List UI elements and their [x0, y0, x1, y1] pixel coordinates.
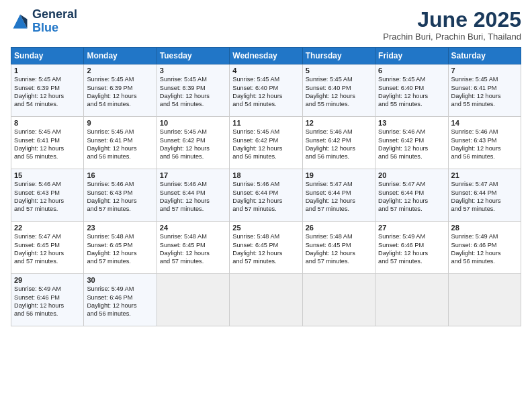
- day-number: 18: [232, 171, 299, 179]
- calendar-cell: 29Sunrise: 5:49 AMSunset: 6:46 PMDayligh…: [11, 274, 84, 326]
- cell-line: and 56 minutes.: [378, 152, 445, 161]
- weekday-header-tuesday: Tuesday: [157, 48, 229, 64]
- day-number: 9: [87, 119, 153, 127]
- day-number: 14: [451, 119, 518, 127]
- calendar-cell: 23Sunrise: 5:48 AMSunset: 6:45 PMDayligh…: [84, 222, 157, 274]
- cell-line: and 57 minutes.: [306, 205, 372, 213]
- cell-line: and 56 minutes.: [306, 152, 372, 161]
- cell-line: Sunset: 6:46 PM: [87, 293, 153, 302]
- calendar-cell: 25Sunrise: 5:48 AMSunset: 6:45 PMDayligh…: [230, 222, 302, 274]
- cell-line: Sunset: 6:44 PM: [160, 189, 226, 197]
- day-number: 2: [87, 66, 153, 75]
- logo-text: General Blue: [32, 8, 77, 35]
- cell-line: Sunrise: 5:45 AM: [160, 128, 226, 136]
- calendar-cell: 26Sunrise: 5:48 AMSunset: 6:45 PMDayligh…: [302, 222, 375, 274]
- cell-line: Sunrise: 5:49 AM: [87, 285, 153, 293]
- cell-line: and 56 minutes.: [232, 152, 299, 161]
- cell-line: Sunset: 6:40 PM: [232, 84, 299, 92]
- cell-line: and 56 minutes.: [14, 310, 81, 318]
- cell-line: Sunset: 6:43 PM: [87, 189, 153, 197]
- cell-line: Sunset: 6:45 PM: [306, 241, 372, 249]
- cell-line: Sunset: 6:42 PM: [378, 136, 445, 144]
- day-number: 6: [378, 66, 445, 75]
- cell-line: and 57 minutes.: [232, 205, 299, 213]
- cell-line: Sunset: 6:39 PM: [160, 84, 226, 92]
- day-number: 30: [87, 276, 153, 284]
- cell-line: Sunset: 6:45 PM: [232, 241, 299, 249]
- day-number: 15: [14, 171, 81, 179]
- day-number: 1: [14, 66, 81, 75]
- cell-line: Daylight: 12 hours: [232, 249, 299, 257]
- calendar-cell: [157, 274, 229, 326]
- cell-line: and 57 minutes.: [14, 257, 81, 265]
- cell-line: and 57 minutes.: [87, 205, 153, 213]
- cell-line: Daylight: 12 hours: [160, 144, 226, 152]
- calendar-cell: 4Sunrise: 5:45 AMSunset: 6:40 PMDaylight…: [230, 64, 302, 117]
- cell-line: Daylight: 12 hours: [160, 249, 226, 257]
- cell-line: and 56 minutes.: [87, 310, 153, 318]
- cell-line: Sunrise: 5:47 AM: [14, 232, 81, 240]
- calendar-cell: 1Sunrise: 5:45 AMSunset: 6:39 PMDaylight…: [11, 64, 84, 117]
- calendar-week-5: 29Sunrise: 5:49 AMSunset: 6:46 PMDayligh…: [11, 274, 521, 326]
- calendar-cell: 18Sunrise: 5:46 AMSunset: 6:44 PMDayligh…: [230, 169, 302, 222]
- cell-line: and 56 minutes.: [451, 152, 518, 161]
- cell-line: and 57 minutes.: [451, 205, 518, 213]
- cell-line: Daylight: 12 hours: [14, 302, 81, 310]
- cell-line: Daylight: 12 hours: [306, 144, 372, 152]
- calendar-cell: 15Sunrise: 5:46 AMSunset: 6:43 PMDayligh…: [11, 169, 84, 222]
- calendar-cell: 11Sunrise: 5:45 AMSunset: 6:42 PMDayligh…: [230, 117, 302, 169]
- cell-line: and 57 minutes.: [232, 257, 299, 265]
- weekday-header-thursday: Thursday: [302, 48, 375, 64]
- day-number: 8: [14, 119, 81, 127]
- calendar-cell: 3Sunrise: 5:45 AMSunset: 6:39 PMDaylight…: [157, 64, 229, 117]
- day-number: 23: [87, 224, 153, 232]
- cell-line: Sunrise: 5:48 AM: [232, 232, 299, 240]
- calendar-cell: 27Sunrise: 5:49 AMSunset: 6:46 PMDayligh…: [375, 222, 448, 274]
- calendar-cell: [375, 274, 448, 326]
- calendar-cell: 22Sunrise: 5:47 AMSunset: 6:45 PMDayligh…: [11, 222, 84, 274]
- cell-line: Sunrise: 5:46 AM: [14, 180, 81, 188]
- calendar-cell: 6Sunrise: 5:45 AMSunset: 6:40 PMDaylight…: [375, 64, 448, 117]
- cell-line: and 57 minutes.: [160, 257, 226, 265]
- cell-line: Sunset: 6:45 PM: [160, 241, 226, 249]
- cell-line: Sunrise: 5:46 AM: [451, 128, 518, 136]
- day-number: 25: [232, 224, 299, 232]
- day-number: 26: [306, 224, 372, 232]
- cell-line: Daylight: 12 hours: [14, 249, 81, 257]
- calendar-cell: [230, 274, 302, 326]
- weekday-header-friday: Friday: [375, 48, 448, 64]
- cell-line: Sunrise: 5:46 AM: [306, 128, 372, 136]
- cell-line: Sunset: 6:40 PM: [306, 84, 372, 92]
- weekday-header-row: SundayMondayTuesdayWednesdayThursdayFrid…: [11, 48, 521, 64]
- cell-line: and 55 minutes.: [14, 152, 81, 161]
- day-number: 16: [87, 171, 153, 179]
- cell-line: Sunrise: 5:45 AM: [14, 75, 81, 83]
- cell-line: Sunset: 6:45 PM: [87, 241, 153, 249]
- cell-line: Daylight: 12 hours: [451, 197, 518, 205]
- cell-line: and 54 minutes.: [87, 100, 153, 108]
- day-number: 19: [306, 171, 372, 179]
- calendar-cell: 19Sunrise: 5:47 AMSunset: 6:44 PMDayligh…: [302, 169, 375, 222]
- calendar-cell: 14Sunrise: 5:46 AMSunset: 6:43 PMDayligh…: [448, 117, 521, 169]
- cell-line: Sunrise: 5:45 AM: [14, 128, 81, 136]
- cell-line: Daylight: 12 hours: [451, 249, 518, 257]
- cell-line: Daylight: 12 hours: [232, 92, 299, 100]
- day-number: 27: [378, 224, 445, 232]
- cell-line: Sunset: 6:41 PM: [14, 136, 81, 144]
- cell-line: and 55 minutes.: [306, 100, 372, 108]
- cell-line: Sunrise: 5:45 AM: [87, 128, 153, 136]
- cell-line: and 56 minutes.: [87, 152, 153, 161]
- cell-line: Daylight: 12 hours: [378, 249, 445, 257]
- cell-line: Sunrise: 5:46 AM: [232, 180, 299, 188]
- cell-line: Sunset: 6:45 PM: [14, 241, 81, 249]
- cell-line: Sunset: 6:43 PM: [14, 189, 81, 197]
- day-number: 21: [451, 171, 518, 179]
- cell-line: Sunrise: 5:45 AM: [451, 75, 518, 83]
- logo-icon: [11, 12, 30, 31]
- cell-line: Sunset: 6:44 PM: [306, 189, 372, 197]
- cell-line: Sunrise: 5:46 AM: [160, 180, 226, 188]
- cell-line: Daylight: 12 hours: [232, 197, 299, 205]
- day-number: 20: [378, 171, 445, 179]
- cell-line: Daylight: 12 hours: [232, 144, 299, 152]
- cell-line: and 54 minutes.: [160, 100, 226, 108]
